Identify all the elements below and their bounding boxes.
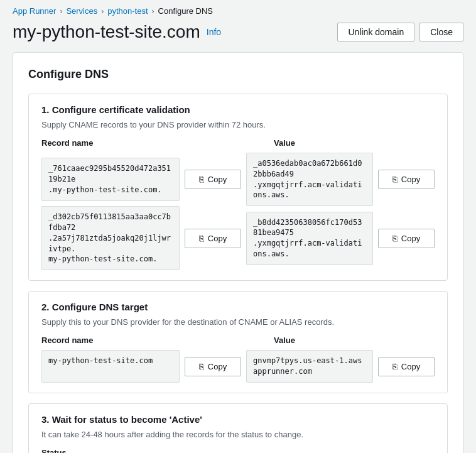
cert-record-name-1: _761caaec9295b45520d472a35119b21e .my-py…	[41, 158, 180, 200]
copy-dns-name-button[interactable]: ⎘ Copy	[185, 357, 241, 376]
main-panel: Configure DNS 1. Configure certificate v…	[13, 52, 463, 453]
header-actions: Unlink domain Close	[337, 23, 463, 41]
section1-title: 1. Configure certificate validation	[41, 104, 435, 115]
page-title: my-python-test-site.com	[13, 22, 200, 42]
breadcrumb: App Runner › Services › python-test › Co…	[0, 0, 476, 22]
status-label: Status	[41, 448, 435, 453]
close-button[interactable]: Close	[419, 23, 463, 41]
page-header: my-python-test-site.com Info Unlink doma…	[0, 22, 476, 52]
section2-value-header: Value	[274, 336, 295, 345]
breadcrumb-sep-3: ›	[152, 7, 154, 16]
copy-cert-name-2-button[interactable]: ⎘ Copy	[185, 229, 241, 248]
section1-col-headers: Record name Value	[41, 138, 435, 148]
copy-label-1: Copy	[208, 175, 227, 184]
copy-icon-1: ⎘	[199, 175, 204, 184]
cert-record-value-2: _b8dd42350638056fc170d5381bea9475 .yxmgq…	[246, 212, 373, 265]
copy-dns-value-button[interactable]: ⎘ Copy	[378, 357, 435, 376]
section2-col-headers: Record name Value	[41, 336, 435, 345]
copy-icon-3: ⎘	[199, 234, 204, 243]
section3-desc: It can take 24-48 hours after adding the…	[41, 430, 435, 439]
breadcrumb-services[interactable]: Services	[66, 6, 97, 16]
breadcrumb-sep-1: ›	[60, 7, 62, 16]
copy-label-4: Copy	[401, 234, 420, 243]
breadcrumb-sep-2: ›	[101, 7, 104, 16]
copy-cert-value-2-button[interactable]: ⎘ Copy	[378, 229, 435, 248]
breadcrumb-current: Configure DNS	[158, 6, 213, 16]
value-header: Value	[274, 138, 295, 148]
copy-icon-4: ⎘	[392, 234, 398, 243]
cert-record-row-1: _761caaec9295b45520d472a35119b21e .my-py…	[41, 153, 435, 206]
section3-title: 3. Wait for status to become 'Active'	[41, 414, 435, 425]
cert-record-value-1: _a0536edab0ac0a672b661d02bbb6ad49 .yxmgq…	[246, 153, 373, 206]
section1-desc: Supply CNAME records to your DNS provide…	[41, 120, 435, 129]
copy-label-3: Copy	[208, 234, 227, 243]
copy-icon-2: ⎘	[392, 175, 398, 184]
info-link[interactable]: Info	[207, 27, 221, 37]
copy-icon-6: ⎘	[392, 362, 398, 371]
copy-icon-5: ⎘	[199, 362, 204, 371]
section-wait-active: 3. Wait for status to become 'Active' It…	[28, 403, 448, 453]
copy-cert-value-1-button[interactable]: ⎘ Copy	[378, 170, 435, 189]
section-dns-target: 2. Configure DNS target Supply this to y…	[28, 291, 448, 393]
section2-title: 2. Configure DNS target	[41, 302, 435, 312]
dns-target-value: gnvmp7tpys.us-east-1.awsapprunner.com	[246, 350, 373, 383]
copy-label-6: Copy	[401, 362, 420, 371]
panel-title: Configure DNS	[28, 68, 448, 81]
copy-label-5: Copy	[208, 362, 227, 371]
dns-target-row: my-python-test-site.com ⎘ Copy gnvmp7tpy…	[41, 350, 435, 383]
unlink-domain-button[interactable]: Unlink domain	[337, 23, 414, 41]
copy-label-2: Copy	[401, 175, 420, 184]
breadcrumb-python-test[interactable]: python-test	[107, 6, 148, 16]
dns-target-name: my-python-test-site.com	[41, 350, 180, 383]
copy-cert-name-1-button[interactable]: ⎘ Copy	[185, 170, 241, 189]
section2-record-name-header: Record name	[41, 336, 192, 345]
cert-record-name-2: _d302cb75f0113815aa3aa0cc7bfdba72 .2a57j…	[41, 206, 180, 270]
section2-desc: Supply this to your DNS provider for the…	[41, 317, 435, 327]
page-title-area: my-python-test-site.com Info	[13, 22, 221, 42]
breadcrumb-app-runner[interactable]: App Runner	[13, 6, 56, 16]
record-name-header: Record name	[41, 138, 192, 148]
section-certificate-validation: 1. Configure certificate validation Supp…	[28, 94, 448, 281]
cert-record-row-2: _d302cb75f0113815aa3aa0cc7bfdba72 .2a57j…	[41, 206, 435, 270]
